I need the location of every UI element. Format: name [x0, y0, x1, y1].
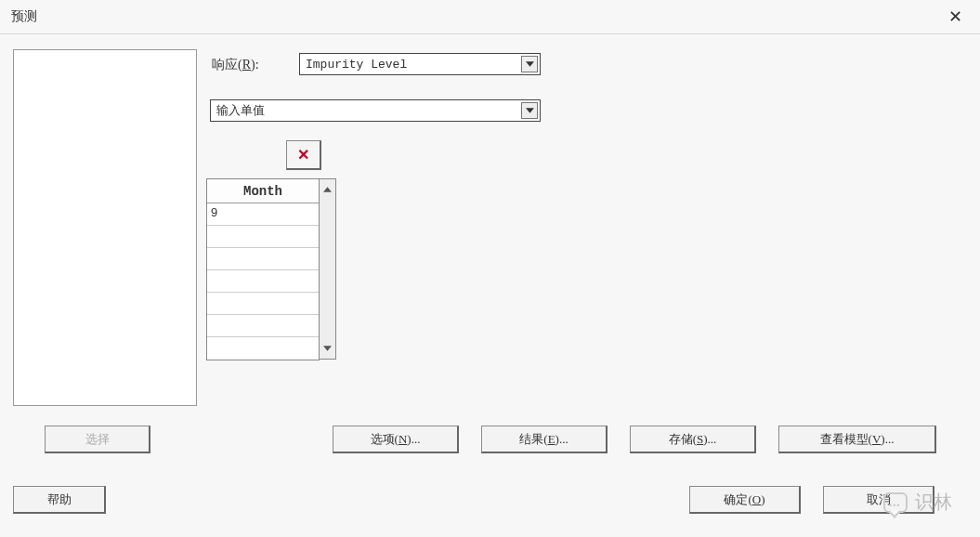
scroll-thumb[interactable] — [321, 201, 334, 219]
options-button[interactable]: 选项(N)... — [333, 426, 459, 453]
chevron-down-icon[interactable] — [521, 102, 538, 119]
help-button[interactable]: 帮助 — [13, 486, 106, 514]
close-icon[interactable]: ✕ — [941, 7, 969, 27]
store-button[interactable]: 存储(S)... — [630, 426, 756, 453]
grid-cell[interactable]: 9 — [207, 203, 319, 226]
grid-header-month: Month — [207, 179, 319, 203]
cancel-button[interactable]: 取消 — [823, 486, 934, 514]
grid-cell[interactable] — [207, 248, 319, 270]
x-icon: ✕ — [297, 146, 309, 164]
delete-button[interactable]: ✕ — [286, 140, 321, 170]
grid-cell[interactable] — [207, 226, 319, 248]
view-model-button[interactable]: 查看模型(V)... — [778, 426, 936, 453]
grid-cell[interactable] — [207, 270, 319, 293]
grid-vscroll[interactable] — [320, 178, 336, 360]
input-mode-dropdown[interactable]: 输入单值 — [210, 99, 541, 122]
ok-button[interactable]: 确定(O) — [689, 486, 801, 514]
variable-list[interactable] — [13, 49, 197, 406]
response-value: Impurity Level — [306, 58, 407, 72]
grid-cell[interactable] — [207, 315, 319, 337]
input-mode-value: 输入单值 — [216, 102, 265, 119]
results-button[interactable]: 结果(E)... — [481, 426, 608, 453]
scroll-down-icon[interactable] — [320, 338, 335, 359]
response-dropdown[interactable]: Impurity Level — [299, 53, 541, 75]
grid-cell[interactable] — [207, 293, 319, 315]
select-button: 选择 — [45, 426, 150, 453]
grid-cell[interactable] — [207, 337, 319, 360]
input-grid[interactable]: Month 9 — [206, 178, 320, 360]
chevron-down-icon[interactable] — [521, 56, 538, 72]
scroll-up-icon[interactable] — [320, 179, 335, 200]
response-label: 响应(R): — [212, 58, 259, 72]
window-title: 预测 — [11, 8, 37, 25]
